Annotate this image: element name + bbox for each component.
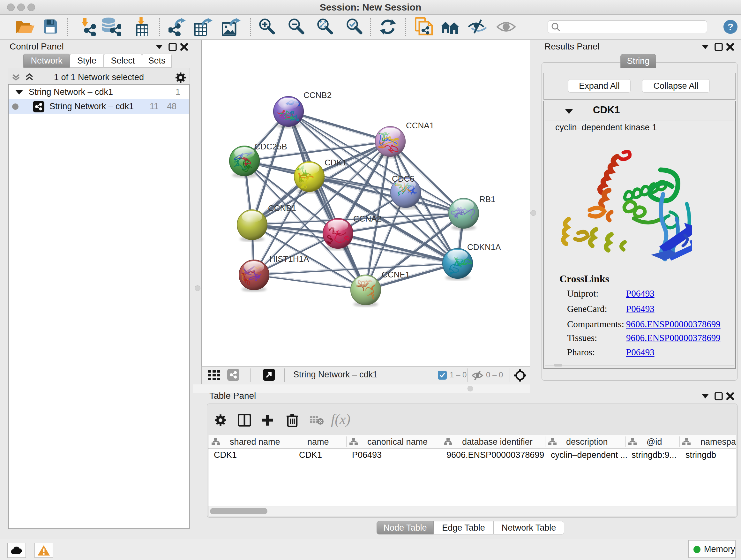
svg-text:CDKN1A: CDKN1A xyxy=(467,242,501,252)
svg-text:CCNE1: CCNE1 xyxy=(382,270,410,279)
svg-text:HIST1H1A: HIST1H1A xyxy=(269,254,309,264)
svg-text:CCNB1: CCNB1 xyxy=(268,203,296,213)
svg-text:CCNB2: CCNB2 xyxy=(304,90,332,100)
svg-text:CCNA2: CCNA2 xyxy=(353,214,381,224)
svg-text:?: ? xyxy=(728,21,733,32)
svg-text:CDC6: CDC6 xyxy=(392,174,414,184)
svg-text:CCNA1: CCNA1 xyxy=(406,121,434,130)
svg-text:CDC25B: CDC25B xyxy=(254,142,287,151)
svg-text:RB1: RB1 xyxy=(479,194,495,204)
svg-text:CDK1: CDK1 xyxy=(325,158,347,167)
